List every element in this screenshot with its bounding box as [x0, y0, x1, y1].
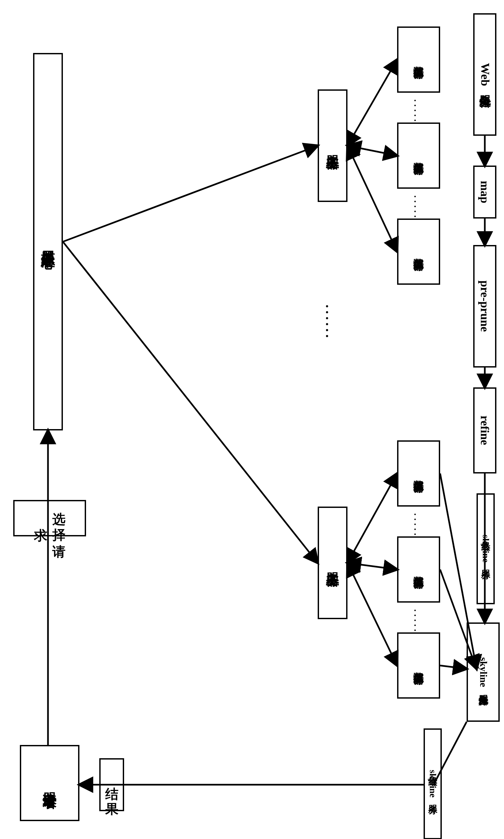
svg-line-5	[347, 146, 397, 252]
result-label: 结 果	[99, 758, 124, 811]
main-server-right: 主服务器	[318, 507, 347, 619]
refine-node: refine	[473, 387, 497, 473]
main-server-dots: ......	[323, 304, 338, 340]
result-text: 结 果	[103, 776, 121, 793]
data-server-r1: 数据服务器	[397, 440, 440, 507]
data-server-r2: 数据服务器	[397, 536, 440, 602]
web-service-set-node: Web服务集合	[473, 13, 497, 136]
data-server-r2-label: 数据服务器	[411, 568, 426, 571]
svg-line-6	[347, 473, 397, 563]
svg-line-3	[347, 59, 397, 146]
final-skyline-2: 最终skyline服务	[424, 729, 442, 839]
svg-line-8	[347, 563, 397, 665]
data-server-l3: 数据服务器	[397, 219, 440, 285]
data-server-l2: 数据服务器	[397, 123, 440, 189]
final-skyline-1-text: 最终skyline服务	[480, 535, 492, 562]
map-label: map	[478, 181, 492, 203]
data-server-l2-label: 数据服务器	[411, 154, 426, 157]
svg-line-7	[347, 563, 397, 570]
skyline-lib-label: skyline服务集合库	[476, 657, 490, 687]
skyline-lib-node: skyline服务集合库	[467, 623, 500, 722]
map-node: map	[473, 165, 497, 219]
preprune-node: pre-prune	[473, 245, 497, 368]
main-server-left-label: 主服务器	[324, 144, 342, 147]
data-server-r1-label: 数据服务器	[411, 472, 426, 475]
data-server-l1: 数据服务器	[397, 27, 440, 93]
svg-line-2	[63, 242, 318, 563]
final-skyline-2-text: 最终skyline服务	[427, 770, 439, 798]
svg-line-1	[63, 146, 318, 242]
svg-line-4	[347, 146, 397, 156]
registry-node: 扩展服务注册中心	[33, 53, 63, 431]
main-server-right-label: 主服务器	[324, 561, 342, 564]
select-request-text: 选 择 请 求	[32, 501, 68, 535]
data-server-r3: 数据服务器	[397, 632, 440, 699]
web-service-set-label: Web服务集合	[477, 63, 493, 86]
preprune-label: pre-prune	[478, 280, 492, 332]
requester-node: 服务请求者	[20, 745, 79, 821]
data-server-l1-label: 数据服务器	[411, 58, 426, 61]
main-server-left: 主服务器	[318, 89, 347, 202]
data-server-r3-label: 数据服务器	[411, 664, 426, 667]
registry-label: 扩展服务注册中心	[39, 239, 57, 244]
refine-label: refine	[478, 416, 492, 445]
data-server-l3-label: 数据服务器	[411, 250, 426, 253]
final-skyline-1: 最终skyline服务	[476, 493, 495, 604]
select-request-label: 选 择 请 求	[13, 500, 86, 536]
svg-line-15	[440, 665, 467, 669]
requester-label: 服务请求者	[40, 781, 59, 785]
